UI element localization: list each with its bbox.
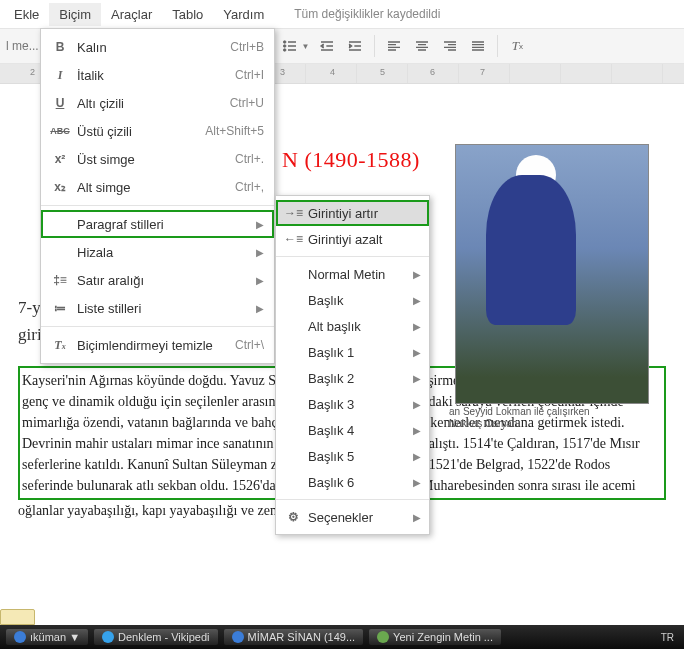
task-item[interactable]: MİMAR SİNAN (149... [224,629,364,645]
indent-increase-icon[interactable] [342,33,368,59]
menubar: Ekle Biçim Araçlar Tablo Yardım Tüm deği… [0,0,684,28]
align-right-btn[interactable] [437,33,463,59]
indent-decrease-icon[interactable] [314,33,340,59]
corner-tab [0,609,35,625]
indent-increase-icon: →≡ [284,206,302,220]
menu-list-styles[interactable]: ≔ Liste stilleri ▶ [41,294,274,322]
chevron-right-icon: ▶ [413,347,421,358]
app-icon [102,631,114,643]
chevron-right-icon: ▶ [413,321,421,332]
superscript-icon: x² [49,152,71,166]
svg-point-5 [283,49,286,52]
menu-clear-formatting[interactable]: Tx Biçimlendirmeyi temizle Ctrl+\ [41,331,274,359]
task-item[interactable]: Yeni Zengin Metin ... [369,629,501,645]
menu-araclar[interactable]: Araçlar [101,3,162,26]
chevron-right-icon: ▶ [256,219,264,230]
chevron-right-icon: ▶ [413,295,421,306]
chevron-right-icon: ▶ [413,269,421,280]
save-status: Tüm değişiklikler kaydedildi [294,7,440,21]
bulleted-caret[interactable]: ▼ [302,42,310,51]
chevron-right-icon: ▶ [413,451,421,462]
submenu-normal-text[interactable]: Normal Metin▶ [276,261,429,287]
chevron-right-icon: ▶ [413,399,421,410]
document-title: N (1490-1588) [282,144,420,176]
menu-bicim[interactable]: Biçim [49,3,101,26]
chevron-right-icon: ▶ [413,477,421,488]
chevron-right-icon: ▶ [256,247,264,258]
submenu-heading3[interactable]: Başlık 3▶ [276,391,429,417]
menu-italic[interactable]: I İtalik Ctrl+I [41,61,274,89]
italic-icon: I [49,68,71,83]
align-justify-btn[interactable] [465,33,491,59]
menu-paragraph-styles[interactable]: Paragraf stilleri ▶ [41,210,274,238]
menu-subscript[interactable]: x₂ Alt simge Ctrl+, [41,173,274,201]
svg-point-4 [283,45,286,48]
bulleted-list-icon[interactable] [277,33,303,59]
submenu-heading4[interactable]: Başlık 4▶ [276,417,429,443]
taskbar: ıküman ▼ Denklem - Vikipedi MİMAR SİNAN … [0,625,684,649]
menu-strikethrough[interactable]: ABC Üstü çizili Alt+Shift+5 [41,117,274,145]
toolbar-left-label: l me... [6,39,39,53]
align-center-btn[interactable] [409,33,435,59]
app-icon [377,631,389,643]
clear-format-icon: Tx [49,338,71,353]
language-indicator[interactable]: TR [661,632,678,643]
menu-align[interactable]: Hizala ▶ [41,238,274,266]
task-item[interactable]: ıküman ▼ [6,629,88,645]
menu-tablo[interactable]: Tablo [162,3,213,26]
bold-icon: B [49,40,71,54]
image-caption: an Seyyid Lokman ile çalışırken Nakkaş O… [449,406,649,430]
submenu-separator [276,256,429,257]
underline-icon: U [49,96,71,110]
menu-bold[interactable]: B Kalın Ctrl+B [41,33,274,61]
submenu-decrease-indent[interactable]: ←≡ Girintiyi azalt [276,226,429,252]
app-icon [232,631,244,643]
submenu-subtitle[interactable]: Alt başlık▶ [276,313,429,339]
chevron-right-icon: ▶ [413,425,421,436]
chevron-right-icon: ▶ [413,512,421,523]
task-item[interactable]: Denklem - Vikipedi [94,629,218,645]
gear-icon: ⚙ [284,510,302,524]
submenu-heading6[interactable]: Başlık 6▶ [276,469,429,495]
submenu-heading5[interactable]: Başlık 5▶ [276,443,429,469]
menu-superscript[interactable]: x² Üst simge Ctrl+. [41,145,274,173]
menu-separator [41,326,274,327]
align-left-btn[interactable] [381,33,407,59]
menu-yardim[interactable]: Yardım [213,3,274,26]
submenu-title[interactable]: Başlık▶ [276,287,429,313]
submenu-separator [276,499,429,500]
svg-point-3 [283,41,286,44]
format-dropdown: B Kalın Ctrl+B I İtalik Ctrl+I U Altı çi… [40,28,275,364]
submenu-options[interactable]: ⚙Seçenekler▶ [276,504,429,530]
indent-decrease-icon: ←≡ [284,232,302,246]
clear-formatting-icon[interactable]: Tx [504,33,530,59]
illustration-image [455,144,649,404]
line-spacing-icon: ‡≡ [49,273,71,287]
menu-underline[interactable]: U Altı çizili Ctrl+U [41,89,274,117]
subscript-icon: x₂ [49,180,71,194]
menu-line-spacing[interactable]: ‡≡ Satır aralığı ▶ [41,266,274,294]
menu-separator [41,205,274,206]
chevron-right-icon: ▶ [413,373,421,384]
submenu-increase-indent[interactable]: →≡ Girintiyi artır [276,200,429,226]
list-icon: ≔ [49,301,71,315]
paragraph-styles-submenu: →≡ Girintiyi artır ←≡ Girintiyi azalt No… [275,195,430,535]
submenu-heading2[interactable]: Başlık 2▶ [276,365,429,391]
app-icon [14,631,26,643]
menu-ekle[interactable]: Ekle [4,3,49,26]
strike-icon: ABC [49,126,71,136]
chevron-right-icon: ▶ [256,303,264,314]
chevron-right-icon: ▶ [256,275,264,286]
submenu-heading1[interactable]: Başlık 1▶ [276,339,429,365]
